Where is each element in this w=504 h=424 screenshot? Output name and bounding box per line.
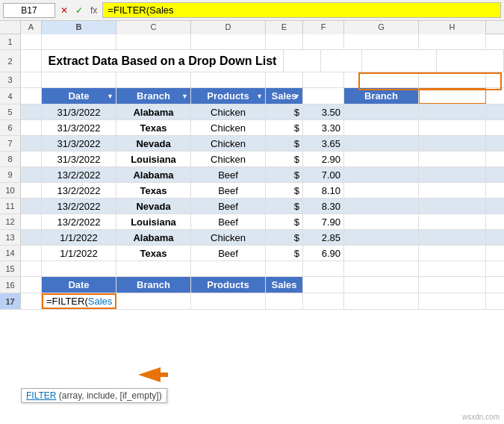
products-dropdown-icon[interactable]: ▼ [256,93,263,100]
cell-d4-products-header[interactable]: Products ▼ [191,88,266,104]
cell-g14[interactable] [344,246,419,261]
cell-g3[interactable] [344,72,419,87]
cell-h7[interactable] [419,136,486,151]
cell-c11[interactable]: Nevada [116,199,191,213]
cell-d1[interactable] [191,34,266,49]
cell-a8[interactable] [21,152,42,166]
cell-c7[interactable]: Nevada [116,136,191,151]
cell-a7[interactable] [21,136,42,151]
cell-e17[interactable] [266,293,303,309]
cell-h13[interactable] [419,230,486,245]
cell-d5[interactable]: Chicken [191,105,266,119]
cell-h15[interactable] [419,261,486,276]
cell-g9[interactable] [344,167,419,182]
cell-a10[interactable] [21,183,42,198]
cell-a5[interactable] [21,105,42,119]
cell-g10[interactable] [344,183,419,198]
cell-b10[interactable]: 13/2/2022 [42,183,116,198]
cell-g8[interactable] [344,152,419,166]
cell-c12[interactable]: Louisiana [116,214,191,229]
cell-f2[interactable] [321,50,362,72]
cell-d13[interactable]: Chicken [191,230,266,245]
cell-b14[interactable]: 1/1/2022 [42,246,116,261]
cell-f4[interactable] [303,88,344,104]
cell-e15[interactable] [266,261,303,276]
cell-b4-date-header[interactable]: Date ▼ [42,88,116,104]
cell-d17[interactable] [191,293,266,309]
cell-d8[interactable]: Chicken [191,152,266,166]
cell-e2[interactable] [284,50,321,72]
cell-f17[interactable] [303,293,344,309]
cell-b7[interactable]: 31/3/2022 [42,136,116,151]
cell-d9[interactable]: Beef [191,167,266,182]
cell-a4[interactable] [21,88,42,104]
cell-g11[interactable] [344,199,419,213]
cell-g16[interactable] [344,277,419,293]
cell-c3[interactable] [116,72,191,87]
cell-c15[interactable] [116,261,191,276]
cell-a14[interactable] [21,246,42,261]
cell-h14[interactable] [419,246,486,261]
cell-b8[interactable]: 31/3/2022 [42,152,116,166]
cell-g2[interactable] [362,50,437,72]
cell-g13[interactable] [344,230,419,245]
cell-b11[interactable]: 13/2/2022 [42,199,116,213]
cell-b15[interactable] [42,261,116,276]
cell-c10[interactable]: Texas [116,183,191,198]
cell-f16[interactable] [303,277,344,293]
cell-g17[interactable] [344,293,419,309]
cell-d10[interactable]: Beef [191,183,266,198]
cell-d12[interactable]: Beef [191,214,266,229]
cell-ref-input[interactable] [3,3,55,18]
cell-a15[interactable] [21,261,42,276]
cell-h3[interactable] [419,72,486,87]
cell-f1[interactable] [303,34,344,49]
cell-a3[interactable] [21,72,42,87]
cell-h4-branch-input[interactable] [419,88,486,104]
cell-e3[interactable] [266,72,303,87]
cell-b12[interactable]: 13/2/2022 [42,214,116,229]
cell-d11[interactable]: Beef [191,199,266,213]
cell-f15[interactable] [303,261,344,276]
cell-h2[interactable] [437,50,504,72]
cell-b6[interactable]: 31/3/2022 [42,120,116,135]
confirm-icon[interactable]: ✓ [73,4,85,16]
cell-g15[interactable] [344,261,419,276]
cell-c17[interactable] [116,293,191,309]
cell-c4-branch-header[interactable]: Branch ▼ [116,88,191,104]
cell-c13[interactable]: Alabama [116,230,191,245]
sales-dropdown-icon[interactable]: ▼ [293,93,300,100]
date-dropdown-icon[interactable]: ▼ [107,93,113,100]
cell-h9[interactable] [419,167,486,182]
cell-d15[interactable] [191,261,266,276]
cell-d3[interactable] [191,72,266,87]
formula-input[interactable]: =FILTER(Sales [102,2,501,18]
cell-d14[interactable]: Beef [191,246,266,261]
cell-e4-sales-header[interactable]: Sales ▼ [266,88,303,104]
cell-a17[interactable] [21,293,42,309]
cell-g12[interactable] [344,214,419,229]
cell-h12[interactable] [419,214,486,229]
cell-a11[interactable] [21,199,42,213]
cell-h1[interactable] [419,34,486,49]
cell-h8[interactable] [419,152,486,166]
cell-a2[interactable] [21,50,42,72]
cell-d7[interactable]: Chicken [191,136,266,151]
cell-b5[interactable]: 31/3/2022 [42,105,116,119]
cell-b3[interactable] [42,72,116,87]
cell-h5[interactable] [419,105,486,119]
cell-c9[interactable]: Alabama [116,167,191,182]
cell-h10[interactable] [419,183,486,198]
cell-c6[interactable]: Texas [116,120,191,135]
cell-h11[interactable] [419,199,486,213]
cell-b1[interactable] [42,34,116,49]
cell-g6[interactable] [344,120,419,135]
cell-a13[interactable] [21,230,42,245]
cell-c5[interactable]: Alabama [116,105,191,119]
cell-h6[interactable] [419,120,486,135]
cell-g5[interactable] [344,105,419,119]
cell-g7[interactable] [344,136,419,151]
cell-h17[interactable] [419,293,486,309]
cell-c1[interactable] [116,34,191,49]
cell-b13[interactable]: 1/1/2022 [42,230,116,245]
